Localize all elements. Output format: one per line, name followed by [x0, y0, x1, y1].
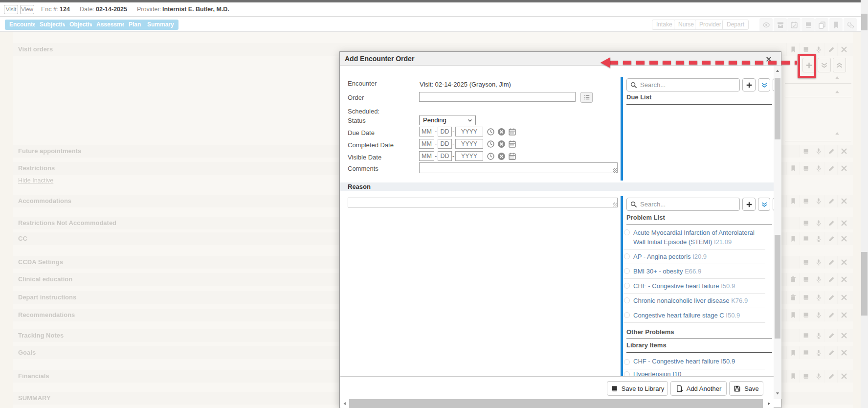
due-list-search-input[interactable] — [626, 78, 740, 91]
bookmark-icon[interactable] — [786, 309, 799, 321]
clock-icon[interactable] — [487, 152, 495, 160]
tab-visit[interactable]: Visit — [4, 5, 18, 14]
collapse-caret-icon[interactable] — [834, 89, 840, 95]
book-icon[interactable] — [799, 273, 812, 286]
pencil-icon[interactable] — [824, 195, 837, 207]
book-icon[interactable] — [799, 145, 812, 158]
book-icon[interactable] — [799, 232, 812, 245]
mic-icon[interactable] — [812, 256, 824, 269]
nav-summary-button[interactable]: Summary — [143, 20, 178, 30]
status-select[interactable]: Pending — [419, 115, 476, 125]
pencil-icon[interactable] — [824, 162, 837, 175]
book-icon[interactable] — [799, 291, 812, 304]
pencil-icon[interactable] — [824, 329, 837, 342]
clear-date-icon[interactable] — [497, 152, 506, 160]
resize-grip[interactable] — [613, 203, 618, 207]
calendar-check-icon[interactable] — [787, 18, 801, 31]
close-icon[interactable] — [837, 145, 850, 158]
bookmark-icon[interactable] — [786, 346, 799, 359]
due-date-yyyy-input[interactable] — [455, 127, 483, 136]
stage-depart-button[interactable]: Depart — [722, 20, 749, 30]
reason-input[interactable] — [348, 198, 618, 207]
visible-date-yyyy-input[interactable] — [455, 151, 483, 161]
close-icon[interactable] — [837, 217, 850, 229]
mic-icon[interactable] — [812, 291, 824, 304]
close-icon[interactable] — [837, 195, 850, 207]
dialog-vertical-scrollbar[interactable] — [774, 66, 781, 399]
calendar-icon[interactable] — [508, 128, 516, 136]
pencil-icon[interactable] — [824, 291, 837, 304]
list-item[interactable]: Chronic nonalcoholic liver disease K76.9 — [623, 294, 765, 308]
scroll-down-icon[interactable] — [775, 391, 780, 396]
nav-plan-button[interactable]: Plan — [124, 20, 145, 30]
collapse-caret-icon[interactable] — [834, 75, 840, 81]
due-date-mm-input[interactable] — [419, 127, 434, 136]
save-button[interactable]: Save — [729, 381, 763, 396]
mic-icon[interactable] — [812, 217, 824, 229]
pencil-icon[interactable] — [824, 273, 837, 286]
pencil-icon[interactable] — [824, 217, 837, 229]
completed-date-yyyy-input[interactable] — [455, 139, 483, 149]
book-icon[interactable] — [799, 162, 812, 175]
mic-icon[interactable] — [812, 346, 824, 359]
pencil-icon[interactable] — [824, 232, 837, 245]
scroll-right-icon[interactable] — [766, 401, 771, 406]
book-icon[interactable] — [799, 256, 812, 269]
scrollbar-thumb[interactable] — [775, 235, 780, 339]
mic-icon[interactable] — [812, 273, 824, 286]
trash-icon[interactable] — [786, 273, 799, 286]
mic-icon[interactable] — [812, 145, 824, 158]
mic-icon[interactable] — [812, 370, 824, 383]
trash-icon[interactable] — [786, 291, 799, 304]
page-scrollbar-segment[interactable] — [861, 14, 868, 30]
close-icon[interactable] — [837, 162, 850, 175]
bookmark-icon[interactable] — [786, 43, 799, 56]
close-icon[interactable] — [837, 232, 850, 245]
tab-view[interactable]: View — [20, 5, 34, 14]
visible-date-dd-input[interactable] — [438, 151, 452, 161]
mic-icon[interactable] — [812, 329, 824, 342]
scrollbar-thumb[interactable] — [775, 78, 780, 139]
expand-all-icon[interactable] — [758, 78, 770, 91]
save-to-library-button[interactable]: Save to Library — [607, 381, 668, 396]
pencil-icon[interactable] — [824, 145, 837, 158]
pencil-icon[interactable] — [824, 309, 837, 321]
mic-icon[interactable] — [812, 232, 824, 245]
bookmark-icon[interactable] — [786, 195, 799, 207]
order-list-picker-icon[interactable] — [580, 92, 593, 103]
add-icon[interactable] — [742, 78, 756, 91]
scrollbar-thumb[interactable] — [349, 399, 763, 408]
radio-icon[interactable] — [624, 359, 630, 365]
add-another-button[interactable]: Add Another — [670, 381, 727, 396]
collapse-caret-icon[interactable] — [834, 131, 840, 136]
comments-input[interactable] — [419, 162, 618, 173]
page-scrollbar[interactable] — [861, 0, 868, 408]
clock-icon[interactable] — [487, 128, 495, 136]
completed-date-dd-input[interactable] — [438, 139, 452, 149]
problem-search-input[interactable] — [626, 198, 740, 211]
expand-all-icon[interactable] — [818, 58, 831, 72]
expand-all-icon[interactable] — [758, 198, 770, 211]
dialog-horizontal-scrollbar[interactable] — [340, 399, 774, 408]
close-icon[interactable] — [837, 346, 850, 359]
book-icon[interactable] — [799, 370, 812, 383]
close-icon[interactable] — [837, 291, 850, 304]
page-scrollbar-thumb[interactable] — [861, 252, 868, 316]
list-item[interactable]: Congestive heart failure stage C I50.9 — [623, 308, 765, 323]
close-icon[interactable] — [837, 309, 850, 321]
bookmark-icon[interactable] — [829, 18, 843, 31]
bookmark-icon[interactable] — [786, 162, 799, 175]
stage-provider-button[interactable]: Provider — [695, 20, 726, 30]
radio-icon[interactable] — [624, 253, 630, 259]
close-icon[interactable] — [837, 329, 850, 342]
pencil-icon[interactable] — [824, 346, 837, 359]
eye-icon[interactable] — [759, 18, 773, 31]
list-item[interactable]: BMI 30+ - obesity E66.9 — [623, 264, 765, 279]
book-icon[interactable] — [799, 195, 812, 207]
clear-date-icon[interactable] — [497, 128, 506, 136]
list-item[interactable]: Coronary Atherosclerosis of Native C — [623, 323, 765, 327]
radio-icon[interactable] — [624, 283, 630, 289]
list-item[interactable]: CHF - Congestive heart failure I50.9 — [623, 355, 765, 369]
mic-icon[interactable] — [812, 195, 824, 207]
close-icon[interactable] — [837, 43, 850, 56]
